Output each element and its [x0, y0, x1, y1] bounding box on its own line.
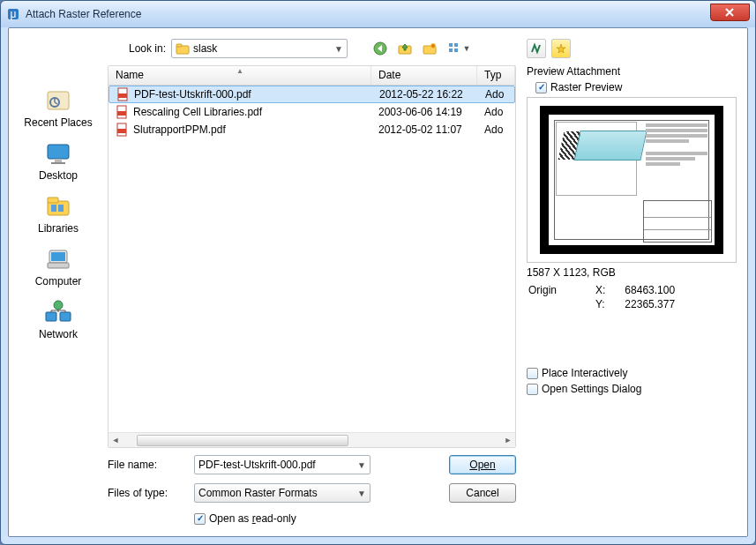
preview-tool-1[interactable]: [527, 39, 546, 58]
svg-rect-25: [454, 43, 458, 47]
raster-preview-checkbox[interactable]: Raster Preview: [535, 81, 737, 93]
cancel-button[interactable]: Cancel: [449, 483, 516, 503]
origin-x-label: X:: [595, 284, 623, 296]
svg-rect-32: [117, 129, 126, 133]
file-type: Ado: [477, 123, 515, 136]
chevron-down-icon: ▼: [357, 460, 366, 470]
file-rows: PDF-test-Utskrift-000.pdf 2012-05-22 16:…: [109, 86, 515, 432]
svg-point-16: [54, 301, 63, 310]
preview-toolbar: [527, 37, 737, 60]
svg-rect-8: [48, 198, 58, 203]
place-desktop[interactable]: Desktop: [39, 139, 78, 182]
svg-rect-18: [176, 44, 182, 47]
svg-rect-26: [454, 49, 458, 52]
origin-label: Origin: [528, 284, 594, 296]
views-button[interactable]: ▼: [445, 39, 473, 58]
column-header-type[interactable]: Typ: [477, 66, 515, 85]
column-header-row: Name Date Typ: [109, 66, 515, 86]
dialog-body: Recent Places Desktop Libraries Computer…: [8, 27, 748, 537]
place-interactively-checkbox[interactable]: Place Interactively: [527, 367, 737, 379]
scroll-right-icon[interactable]: ►: [501, 433, 515, 447]
file-row[interactable]: Rescaling Cell Libraries.pdf 2003-06-06 …: [109, 103, 515, 121]
origin-y: 22365.377: [625, 298, 735, 310]
place-libraries[interactable]: Libraries: [38, 192, 79, 235]
browser-area: Look in: slask ▼ ▼: [108, 37, 516, 527]
file-date: 2012-05-22 16:22: [372, 88, 478, 101]
titlebar[interactable]: μ Attach Raster Reference: [1, 1, 755, 27]
checkbox-icon: [194, 513, 206, 525]
up-button[interactable]: [395, 39, 415, 58]
file-name: SlutrapportPPM.pdf: [133, 123, 226, 136]
readonly-label: Open as read-only: [209, 512, 296, 525]
svg-rect-30: [117, 111, 126, 116]
file-row[interactable]: SlutrapportPPM.pdf 2012-05-02 11:07 Ado: [109, 121, 515, 138]
views-icon: [447, 41, 461, 56]
places-bar: Recent Places Desktop Libraries Computer…: [19, 37, 97, 527]
place-network[interactable]: Network: [39, 298, 78, 340]
svg-rect-15: [60, 312, 71, 321]
open-settings-checkbox[interactable]: Open Settings Dialog: [527, 383, 737, 395]
svg-rect-13: [48, 263, 69, 268]
lookin-combo[interactable]: slask ▼: [171, 39, 348, 58]
svg-rect-6: [51, 162, 65, 164]
open-label: Open: [469, 459, 495, 471]
preview-panel: Preview Attachment Raster Preview: [527, 37, 737, 527]
readonly-row: Open as read-only: [108, 510, 516, 527]
place-interactively-label: Place Interactively: [542, 367, 627, 379]
zigzag-icon: [530, 42, 543, 55]
scroll-left-icon[interactable]: ◄: [109, 433, 123, 447]
svg-rect-4: [48, 145, 69, 159]
filename-value: PDF-test-Utskrift-000.pdf: [198, 459, 316, 471]
lookin-row: Look in: slask ▼ ▼: [108, 37, 516, 60]
checkbox-icon: [535, 82, 547, 93]
checkbox-icon: [527, 368, 538, 379]
preview-drawing: [540, 106, 723, 254]
preview-attachment-group: Preview Attachment Raster Preview: [527, 65, 737, 312]
filename-label: File name:: [108, 459, 187, 471]
window-title: Attach Raster Reference: [26, 8, 141, 20]
back-icon: [373, 41, 387, 56]
horizontal-scrollbar[interactable]: ◄ ►: [109, 432, 515, 447]
dialog-window: μ Attach Raster Reference Recent Places …: [0, 0, 756, 545]
filetype-row: Files of type: Common Raster Formats ▼ C…: [108, 482, 516, 504]
new-folder-icon: [423, 41, 437, 56]
readonly-checkbox[interactable]: Open as read-only: [194, 512, 296, 525]
cancel-label: Cancel: [466, 487, 498, 499]
file-type: Ado: [477, 106, 515, 118]
filetype-combo[interactable]: Common Raster Formats ▼: [194, 483, 371, 503]
place-label: Network: [39, 328, 78, 340]
new-folder-button[interactable]: [420, 39, 439, 58]
svg-rect-28: [118, 93, 127, 98]
file-date: 2003-06-06 14:19: [371, 106, 477, 118]
preview-image-box: [527, 97, 737, 263]
file-type: Ado: [478, 88, 514, 101]
app-icon: μ: [6, 7, 20, 21]
svg-rect-10: [58, 205, 64, 212]
filename-input[interactable]: PDF-test-Utskrift-000.pdf ▼: [194, 455, 371, 474]
file-name: PDF-test-Utskrift-000.pdf: [134, 88, 251, 101]
svg-rect-23: [449, 43, 453, 47]
place-label: Computer: [35, 275, 82, 287]
close-button[interactable]: [710, 4, 750, 21]
place-computer[interactable]: Computer: [35, 245, 82, 287]
svg-rect-14: [46, 312, 56, 321]
preview-origin: Origin X: 68463.100 Y: 22365.377: [527, 282, 737, 312]
place-recent[interactable]: Recent Places: [24, 86, 92, 129]
preview-tool-2[interactable]: [551, 39, 571, 58]
file-name: Rescaling Cell Libraries.pdf: [133, 106, 262, 118]
column-header-date[interactable]: Date: [371, 66, 477, 85]
svg-rect-24: [449, 49, 453, 52]
file-date: 2012-05-02 11:07: [371, 123, 477, 136]
scrollbar-thumb[interactable]: [137, 435, 348, 446]
back-button[interactable]: [371, 39, 390, 58]
pdf-icon: [116, 87, 131, 101]
open-button[interactable]: Open: [449, 455, 516, 474]
lookin-label: Look in:: [108, 42, 166, 55]
place-label: Libraries: [38, 222, 79, 235]
svg-rect-12: [51, 252, 65, 261]
file-row[interactable]: PDF-test-Utskrift-000.pdf 2012-05-22 16:…: [109, 86, 515, 103]
svg-text:μ: μ: [11, 8, 17, 20]
chevron-down-icon: ▼: [463, 44, 471, 53]
sort-caret-icon: ▲: [236, 67, 243, 75]
chevron-down-icon: ▼: [357, 489, 366, 498]
